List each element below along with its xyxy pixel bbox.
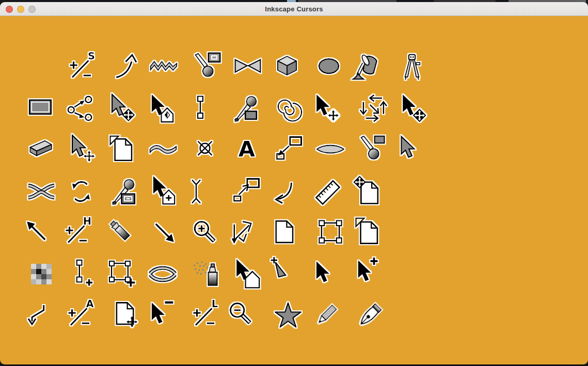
cursor-thin-arrow-down-right-icon: [149, 217, 179, 247]
svg-text:H: H: [83, 215, 91, 227]
cursor-rectangle-icon: [25, 93, 55, 123]
cursor-lens-waves-icon: [148, 259, 178, 289]
svg-text:A: A: [239, 136, 256, 162]
cursor-measure-ruler-icon: [313, 177, 343, 206]
cursor-blank-page-icon: [269, 217, 299, 247]
cursor-pixel-grid-icon: [26, 259, 56, 289]
cursor-move-arrow-black-diamond-icon: [398, 93, 428, 123]
cursor-rotate-skew-arrows-icon: [358, 93, 388, 123]
svg-text:S: S: [88, 50, 95, 61]
inkscape-cursors-window: Inkscape Cursors S: [0, 2, 588, 364]
cursor-connector-nodes-icon: [65, 93, 95, 123]
cursor-transform-arrows-icon: [228, 217, 258, 247]
cursor-picker-remove-rect-icon: [109, 177, 139, 206]
cursor-move-page-cross-icon: [110, 299, 140, 329]
close-button[interactable]: [6, 6, 13, 13]
cursor-pencil-icon: [312, 299, 342, 329]
minimize-button[interactable]: [17, 6, 24, 13]
cursor-arrow-black-plus-icon: [352, 256, 382, 285]
cursor-arrow-black-icon: [306, 257, 336, 287]
cursor-move-arrow-gray-cross-icon: [68, 134, 98, 164]
cursor-rotate-circular-icon: [66, 177, 96, 206]
cursor-pencil-l-icon: L: [190, 299, 220, 329]
cursor-node-segment-icon: [185, 93, 215, 123]
cursor-arrow-gray-plus-icon: [268, 256, 298, 285]
cursor-spiral-icon: [273, 93, 303, 123]
cursor-pencil-spiro-s-icon: S: [67, 52, 97, 82]
cursor-push-tool-rect-plain-icon: [358, 134, 388, 164]
zoom-button[interactable]: [28, 6, 36, 13]
cursor-curve-arrow-icon: [112, 52, 142, 82]
cursor-pencil-a-icon: A: [65, 299, 95, 329]
cursor-gradient-arrow-badge-icon: [146, 93, 176, 123]
cursor-pencil-h-icon: H: [62, 217, 92, 247]
cursor-move-arrow-gray-diamond-icon: [107, 93, 137, 123]
cursor-zoom-in-magnifier-icon: [189, 217, 219, 247]
cursor-spray-can-icon: [190, 259, 220, 289]
svg-text:L: L: [212, 298, 218, 309]
titlebar: Inkscape Cursors: [0, 2, 588, 16]
cursor-text-a-icon: A: [232, 134, 262, 164]
svg-text:A: A: [86, 298, 94, 309]
cursor-paste-page-icon: [107, 134, 137, 164]
cursor-selection-frame-icon: [315, 217, 345, 247]
cursor-thin-arrow-up-left-icon: [22, 217, 52, 247]
cursor-zigzag-line-icon: [149, 52, 179, 82]
cursor-box-3d-flat-icon: [26, 134, 56, 164]
cursor-arrow-minus-icon: [146, 297, 176, 327]
cursor-gradient-stop-arrow-badge-icon: [232, 258, 262, 288]
cursor-box-3d-icon: [272, 52, 302, 82]
cursor-ellipse-icon: [314, 52, 344, 82]
cursor-node-fork-icon: [181, 177, 211, 206]
cursor-curve-arrow-back-icon: [268, 177, 298, 206]
cursor-paint-bucket-icon: [351, 52, 381, 82]
cursor-move-arrow-black-icon: [312, 93, 342, 123]
cursor-zoom-out-rects-icon: [274, 134, 304, 164]
cursor-color-picker-fill-icon: [231, 93, 261, 123]
cursor-push-tool-rect-icon: [192, 52, 222, 82]
cursor-marker-pen-icon: [106, 217, 136, 247]
cursor-pen-nib-icon: [355, 300, 385, 330]
cursor-zoom-out-magnifier-icon: [226, 299, 256, 329]
cursor-return-arrow-down-icon: [22, 299, 52, 329]
window-title: Inkscape Cursors: [265, 5, 323, 13]
cursor-copy-page-arrow-icon: [353, 217, 383, 247]
cursor-measure-compass-icon: [397, 53, 427, 83]
cursor-lens-shape-icon: [315, 134, 345, 164]
cursor-calligraphy-wave-icon: [148, 134, 178, 164]
cursor-zoom-in-rects-icon: [231, 177, 261, 206]
cursor-selection-frame-plus-icon: [107, 259, 137, 289]
cursor-bowtie-shape-icon: [233, 52, 263, 82]
cursor-select-add-arrow-badge-icon: [148, 175, 178, 205]
cursor-crossing-waves-icon: [26, 177, 56, 206]
traffic-lights: [6, 6, 36, 13]
cursor-move-page-diamond-icon: [353, 176, 383, 205]
cursor-delete-node-icon: [190, 134, 220, 164]
cursor-add-node-plus-icon: [68, 259, 98, 289]
cursor-star-icon: [273, 300, 303, 330]
cursor-canvas: S: [0, 16, 588, 364]
cursor-arrow-gray-icon: [393, 132, 423, 162]
